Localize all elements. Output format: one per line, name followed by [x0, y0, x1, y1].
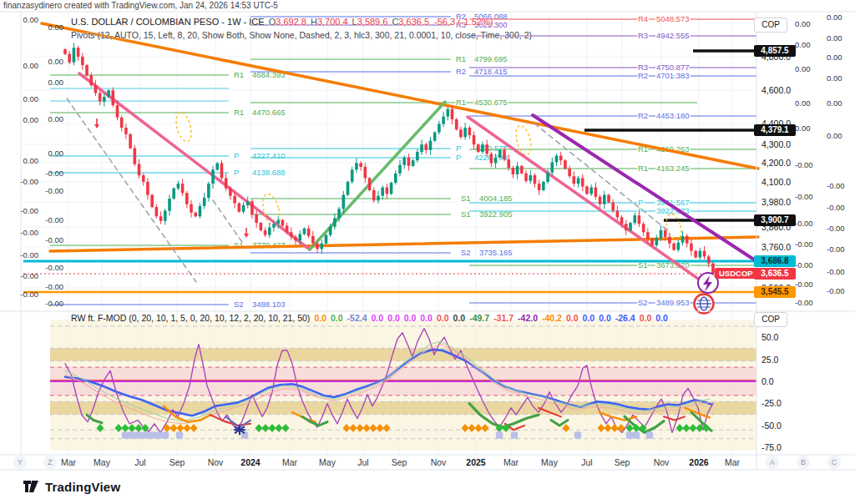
candle[interactable]: [485, 144, 488, 154]
candle[interactable]: [463, 128, 467, 137]
candle[interactable]: [215, 164, 219, 170]
candle[interactable]: [124, 128, 128, 134]
candle[interactable]: [77, 48, 80, 57]
candle[interactable]: [481, 144, 484, 152]
candle[interactable]: [620, 217, 624, 224]
candle[interactable]: [650, 239, 654, 245]
candle[interactable]: [638, 215, 641, 224]
candle[interactable]: [207, 184, 210, 198]
price-axis-label[interactable]: 4,200.0: [761, 158, 791, 168]
candle[interactable]: [111, 90, 114, 105]
candle[interactable]: [164, 211, 167, 221]
trendline[interactable]: [42, 23, 758, 169]
candle[interactable]: [238, 204, 241, 212]
candle[interactable]: [63, 49, 67, 54]
candle[interactable]: [286, 225, 289, 232]
candle[interactable]: [625, 224, 628, 230]
candle[interactable]: [159, 216, 163, 221]
candle[interactable]: [660, 230, 663, 238]
candle[interactable]: [181, 184, 185, 193]
candle[interactable]: [516, 166, 519, 174]
candle[interactable]: [707, 256, 711, 263]
candle[interactable]: [473, 135, 476, 144]
time-axis-month[interactable]: Jul: [134, 457, 145, 467]
candle[interactable]: [220, 164, 224, 179]
price-axis-currency-badge[interactable]: COP: [754, 18, 787, 33]
candle[interactable]: [402, 158, 406, 165]
osc-axis-label[interactable]: 50.0: [761, 332, 778, 342]
candle[interactable]: [81, 57, 84, 65]
ellipse-annotation[interactable]: [174, 111, 195, 144]
candle[interactable]: [372, 190, 376, 200]
candle[interactable]: [416, 152, 419, 160]
candle[interactable]: [546, 173, 549, 182]
candle[interactable]: [303, 229, 306, 234]
axis-button-z[interactable]: Z: [43, 456, 57, 469]
candle[interactable]: [276, 220, 280, 224]
price-axis-label[interactable]: 4,300.0: [761, 139, 791, 149]
candle[interactable]: [672, 244, 675, 250]
candle[interactable]: [459, 129, 463, 137]
candle[interactable]: [89, 75, 93, 85]
time-axis-month[interactable]: Mar: [503, 457, 519, 467]
candle[interactable]: [529, 175, 532, 181]
axis-button-b[interactable]: B: [797, 456, 810, 469]
candle[interactable]: [686, 236, 689, 244]
candle[interactable]: [524, 174, 528, 181]
candle[interactable]: [168, 199, 171, 211]
candle[interactable]: [589, 188, 593, 194]
candle[interactable]: [342, 195, 346, 209]
candle[interactable]: [294, 237, 297, 240]
candle[interactable]: [503, 150, 506, 159]
candle[interactable]: [347, 182, 350, 195]
candle[interactable]: [203, 198, 206, 206]
time-axis-month[interactable]: Mar: [282, 457, 297, 467]
time-axis-month[interactable]: Sep: [392, 457, 407, 467]
candle[interactable]: [573, 176, 576, 184]
candle[interactable]: [438, 124, 441, 133]
candle[interactable]: [355, 164, 358, 170]
candle[interactable]: [664, 230, 667, 237]
candle[interactable]: [455, 119, 458, 129]
candle[interactable]: [568, 169, 571, 176]
candle[interactable]: [599, 197, 602, 204]
candle[interactable]: [398, 165, 402, 174]
candle[interactable]: [564, 160, 567, 169]
time-axis-month[interactable]: Jul: [581, 457, 592, 467]
candle[interactable]: [555, 156, 559, 163]
candle[interactable]: [468, 128, 472, 135]
candle[interactable]: [407, 158, 411, 166]
candle[interactable]: [442, 117, 445, 124]
candle[interactable]: [616, 211, 620, 218]
candle[interactable]: [311, 236, 315, 244]
candle[interactable]: [172, 189, 175, 199]
candle[interactable]: [281, 220, 285, 226]
candle[interactable]: [329, 227, 332, 235]
candle[interactable]: [116, 105, 119, 118]
candle[interactable]: [512, 168, 515, 174]
candle[interactable]: [412, 160, 415, 166]
candle[interactable]: [298, 234, 301, 241]
candle[interactable]: [264, 230, 267, 235]
candle[interactable]: [359, 164, 362, 167]
candle[interactable]: [498, 150, 502, 158]
candle[interactable]: [677, 243, 680, 250]
candle[interactable]: [73, 48, 76, 62]
candle[interactable]: [377, 196, 380, 201]
candle[interactable]: [577, 178, 580, 184]
price-axis-label[interactable]: 3,760.0: [761, 242, 791, 252]
time-axis-month[interactable]: May: [319, 457, 336, 467]
candle[interactable]: [68, 54, 71, 63]
symbol-legend[interactable]: U.S. DOLLAR / COLOMBIAN PESO - 1W - ICEO…: [71, 17, 493, 27]
candle[interactable]: [129, 134, 132, 149]
osc-axis-label[interactable]: -50.0: [761, 421, 782, 431]
candle[interactable]: [225, 178, 228, 188]
time-axis-month[interactable]: May: [541, 457, 558, 467]
time-axis-year[interactable]: 2025: [466, 457, 485, 467]
candle[interactable]: [655, 238, 658, 245]
candle[interactable]: [351, 169, 354, 182]
candle[interactable]: [603, 195, 606, 204]
time-axis-month[interactable]: Jul: [357, 457, 368, 467]
candle[interactable]: [386, 188, 389, 194]
time-axis-month[interactable]: Nov: [431, 457, 447, 467]
